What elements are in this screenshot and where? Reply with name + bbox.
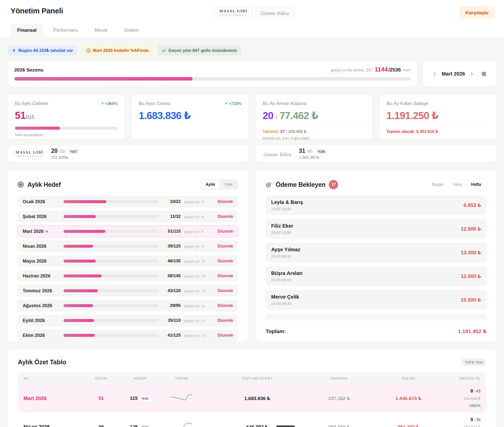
goal-value: 39/125 <box>162 244 181 249</box>
cell-target: 125 <box>130 424 138 427</box>
table-row-current-month[interactable]: Mart 2026 51 115%44 1.683.836 ₺ 237.162 … <box>18 384 486 413</box>
payment-row[interactable]: Ayşe Yılmaz 23.03 08:00 13.300 ₺ <box>266 243 487 262</box>
pending-payments-panel: Ödeme Bekleyen 17 Bugün Yarın Hafta Leyl… <box>256 170 496 342</box>
goal-progress-track <box>64 319 159 322</box>
inflation-badge: TÜFE %31 <box>462 359 486 366</box>
alert-ahead-of-last-year: Geçen yılın 847 gelin önündesiniz <box>157 45 241 56</box>
col-header: GEÇEN YIL <box>449 376 486 380</box>
goal-progress-fill <box>64 274 102 277</box>
goal-last-year: geçen yıl: 11 <box>184 318 211 323</box>
brand-summary-masal-gibi[interactable]: MASAL GİBİ DÜĞÜN FOTOĞRAFÇISI 20 /30 %67… <box>8 145 249 162</box>
brides-target: /115 <box>26 114 34 120</box>
goal-month-label: Eylül 2026 <box>23 318 60 323</box>
payments-total-row: Toplam: 1.181.452 ₺ <box>266 323 487 334</box>
payment-amount: 12.000 ₺ <box>461 226 481 232</box>
last-year-count: 8 <box>470 388 473 394</box>
deposit-daily-note: Günlük ort. 0.9 • 8 gün kaldı <box>263 136 365 140</box>
goal-progress-fill <box>64 304 93 307</box>
goal-edit-link[interactable]: Düzenle <box>214 318 233 323</box>
stat-card-revenue: Bu Ayın Cirosu ↗ +710% 1.683.836 ₺ <box>132 94 249 139</box>
tab-performans[interactable]: Performans <box>47 24 84 37</box>
goal-progress-fill <box>64 319 94 322</box>
bottom-scroll-indicator[interactable] <box>276 425 295 427</box>
brand-bride-count: 31 <box>299 148 305 154</box>
payment-row[interactable]: Merve Çelik 24.03 09:30 10.500 ₺ <box>266 290 487 310</box>
col-header: AY <box>18 376 81 380</box>
monthly-goal-panel: Aylık Hedef Aylık Yıllık Ocak 2026 10/22… <box>8 170 248 342</box>
goal-row: Eylül 2026 35/110 geçen yıl: 11 Düzenle <box>17 315 238 326</box>
payment-datetime: 23.03 09:00 <box>271 278 302 282</box>
check-icon <box>162 49 166 52</box>
goal-value: 46/135 <box>162 259 181 264</box>
toggle-yillik[interactable]: Yıllık <box>219 180 237 189</box>
payment-datetime: 24.03 09:30 <box>271 301 299 306</box>
payments-total-label: Toplam: <box>266 328 286 334</box>
goal-row: Haziran 2026 58/145 geçen yıl: 20 Düzenl… <box>17 270 238 282</box>
goal-row: Nisan 2026 39/125 geçen yıl: 9 Düzenle <box>17 240 238 252</box>
goal-edit-link[interactable]: Düzenle <box>214 274 233 278</box>
payment-row[interactable]: Filiz Eker 23.03 13:00 12.000 ₺ <box>266 219 487 239</box>
monthly-summary-panel: Aylık Özet Tablo TÜFE %31 AY GELİN HEDEF… <box>8 349 496 427</box>
goal-row: Ağustos 2026 29/95 geçen yıl: 11 Düzenle <box>17 300 238 311</box>
goal-last-year: geçen yıl: 8 <box>184 229 211 234</box>
stat-card-balance: Bu Ay Kalan Bakiye 1.191.250 ₺ Toplam al… <box>379 94 497 139</box>
payment-row-clipped[interactable]: .. <box>266 314 487 319</box>
payment-row[interactable]: Leyla & Barış 23.03 10:00 6.853 ₺ <box>266 195 487 215</box>
goal-edit-link[interactable]: Düzenle <box>214 214 233 219</box>
tab-mesai[interactable]: Mesai <box>88 24 114 37</box>
deposit-count: 20 <box>263 110 273 121</box>
compare-button[interactable]: Karşılaştır <box>459 7 495 19</box>
goal-month-label: Ağustos 2026 <box>23 303 60 308</box>
cell-remaining: 351.432 ₺ <box>368 424 449 427</box>
goal-progress-track <box>64 334 159 337</box>
total-receivable: Toplam alacak: 6.352.616 ₺ <box>387 129 489 134</box>
goal-progress-track <box>64 260 159 263</box>
prev-month-button[interactable] <box>433 72 437 76</box>
current-month-label: Mart 2026 <box>442 71 465 77</box>
toggle-hafta[interactable]: Hafta <box>466 180 486 189</box>
goal-month-label: Ocak 2026 <box>23 199 60 204</box>
page-title: Yönetim Paneli <box>11 7 63 15</box>
cell-remaining: 1.446.674 ₺ <box>368 396 449 401</box>
last-year-change-pct: +882% <box>469 403 481 408</box>
goal-list: Ocak 2026 10/22 geçen yıl: 3 Düzenle Şub… <box>17 196 238 341</box>
tab-finansal[interactable]: Finansal <box>11 24 43 37</box>
brand-bride-target: /85 <box>307 149 313 154</box>
brand-summary-gizem-yolcu[interactable]: Gizem Yolcu 31 /85 %36 1.461.997₺ <box>255 145 496 162</box>
payment-client-name: Leyla & Barış <box>271 199 303 205</box>
last-year-count: 9 <box>470 417 473 422</box>
last-year-increase: ↑43 <box>474 389 481 393</box>
last-year-increase: ↑30 <box>474 418 481 422</box>
goal-edit-link[interactable]: Düzenle <box>214 289 233 293</box>
goal-progress-fill <box>64 245 93 248</box>
goal-edit-link[interactable]: Düzenle <box>214 333 233 338</box>
payment-row[interactable]: Büşra Arslan 23.03 09:00 12.000 ₺ <box>266 266 487 286</box>
goal-edit-link[interactable]: Düzenle <box>214 199 233 204</box>
goal-edit-link[interactable]: Düzenle <box>214 244 233 248</box>
stat-label: Bu Ay Kalan Bakiye <box>387 101 428 106</box>
toggle-aylik[interactable]: Aylık <box>201 180 220 189</box>
goal-progress-fill <box>64 260 96 263</box>
goal-progress-track <box>64 274 159 277</box>
month-navigator: Mart 2026 <box>423 61 496 87</box>
top-header: Yönetim Paneli MASAL GİBİ DÜĞÜN FOTOĞRAF… <box>0 0 504 37</box>
goal-edit-link[interactable]: Düzenle <box>214 259 233 263</box>
payment-client-name: Filiz Eker <box>271 223 293 229</box>
brand-chip-gizem-yolcu[interactable]: Gizem Yolcu <box>255 7 294 18</box>
goal-last-year: geçen yıl: 27 <box>184 333 211 338</box>
stat-card-deposit: Bu Ay Alınan Kapora 20 / 77.462 ₺ Tahmin… <box>255 94 373 139</box>
goal-edit-link[interactable]: Düzenle <box>214 303 233 308</box>
brand-chip-masal-gibi[interactable]: MASAL GİBİ DÜĞÜN FOTOĞRAFÇISI <box>214 7 253 18</box>
cell-total-fee: 1.683.836 ₺ <box>204 396 310 401</box>
tab-sistem[interactable]: Sistem <box>117 24 145 37</box>
alert-collection-today: Bugün 44.153₺ tahsilat var <box>8 45 78 56</box>
goal-edit-link[interactable]: Düzenle <box>214 229 233 234</box>
filter-sliders-icon[interactable] <box>481 71 487 77</box>
brand-switcher: MASAL GİBİ DÜĞÜN FOTOĞRAFÇISI Gizem Yolc… <box>214 7 294 18</box>
pending-count-badge: 17 <box>329 180 338 189</box>
toggle-yarin[interactable]: Yarın <box>448 180 466 189</box>
toggle-bugun[interactable]: Bugün <box>427 180 448 189</box>
table-row[interactable]: Nisan 2026 39 125%31 646.092 ₺ 294.660 ₺… <box>18 413 486 427</box>
next-month-button[interactable] <box>469 72 474 76</box>
panel-title: Aylık Hedef <box>27 181 61 188</box>
